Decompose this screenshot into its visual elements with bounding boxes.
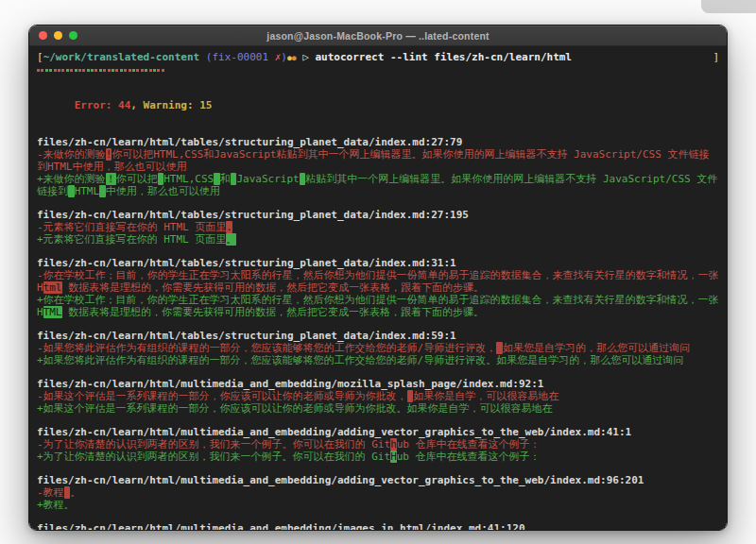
diff-text: -为了让你清楚的认识到两者的区别，我们来一个例子。你可以在我们的 Git (37, 438, 390, 450)
diff-text: ub 仓库中在线查看这个例子： (397, 450, 541, 463)
diff-text: -如果您将此评估作为有组织的课程的一部分，您应该能够将您的工作交给您的老师/导师… (37, 342, 496, 354)
progress-dot (99, 69, 102, 72)
diff-text: ub 仓库中在线查看这个例子： (397, 438, 541, 450)
progress-dot (41, 69, 43, 72)
diff-text: +教程。 (37, 499, 75, 511)
progress-dot (108, 69, 111, 72)
diff-highlight: ！ (106, 173, 116, 185)
diff-text: -如果这个评估是一系列课程的一部分，你应该可以让你的老师或导师为你批改， (37, 390, 407, 402)
prompt-left: [~/work/translated-content (fix-00001 ✗)… (37, 51, 572, 64)
progress-dot (124, 69, 127, 72)
terminal-content[interactable]: [~/work/translated-content (fix-00001 ✗)… (29, 46, 727, 530)
diff-text: 中使用，那么也可以使用 (106, 185, 220, 197)
progress-dot (129, 69, 131, 72)
diff-text: 你可以把HTML,CSS和JavaScript粘贴到其中一个网上编辑器里。如果你… (37, 148, 709, 173)
minimize-button[interactable] (54, 31, 62, 40)
progress-dot (115, 69, 118, 72)
progress-dot (136, 69, 139, 72)
diff-block: files/zh-cn/learn/html/tables/structurin… (37, 209, 719, 246)
diff-text: -教程 (37, 486, 64, 499)
git-branch-label: (fix-00001 (199, 51, 274, 63)
diff-text: -来做你的测验 (37, 148, 106, 161)
background-window-fragment (701, 0, 756, 13)
diff-text: -元素将它们直接写在你的 HTML 页面里 (37, 221, 226, 233)
progress-dot (103, 69, 106, 72)
traffic-lights (39, 26, 77, 45)
diff-highlight: tml (43, 281, 62, 294)
diff-highlight (496, 342, 503, 354)
diff-highlight (99, 185, 106, 197)
warning-count: , Warning: 15 (130, 99, 212, 111)
diff-text: +为了让你清楚的认识到两者的区别，我们来一个例子。你可以在我们的 Git (37, 450, 390, 463)
diff-line-add: +教程。 (37, 499, 719, 511)
progress-dots (37, 64, 719, 76)
diff-line-add: +来做你的测验！你可以把 HTML,CSS 和 JavaScript 粘贴到其中… (37, 173, 719, 197)
progress-dot (91, 69, 94, 72)
prompt-bracket-close: ] (713, 51, 719, 64)
diff-file-header: files/zh-cn/learn/html/tables/structurin… (37, 257, 719, 269)
progress-dot (141, 69, 144, 72)
diff-text: 数据表将是理想的，你需要先获得可用的数据，然后把它变成一张表格，跟着下面的步骤。 (62, 281, 485, 294)
window-titlebar[interactable]: jason@Jason-MacBook-Pro — ..lated-conten… (29, 26, 727, 46)
progress-dot (157, 69, 160, 72)
progress-dot (61, 69, 64, 72)
window-title: jason@Jason-MacBook-Pro — ..lated-conten… (266, 30, 489, 42)
diff-file-header: files/zh-cn/learn/html/multimedia_and_em… (37, 426, 719, 438)
progress-dot (94, 69, 97, 72)
progress-dot (112, 69, 114, 72)
zoom-button[interactable] (69, 31, 77, 40)
diff-line-add: +如果您将此评估作为有组织的课程的一部分，您应该能够将您的工作交给您的老师/导师… (37, 354, 719, 366)
diff-block: files/zh-cn/learn/html/multimedia_and_em… (37, 474, 719, 511)
progress-dot (149, 69, 152, 72)
diff-block: files/zh-cn/learn/html/tables/structurin… (37, 257, 719, 318)
progress-dot (49, 69, 52, 72)
git-branch-close-paren: ) (281, 51, 287, 63)
diff-line-add: +元素将它们直接写在你的 HTML 页面里。 (37, 233, 719, 246)
progress-dot (66, 69, 69, 72)
progress-dot (162, 69, 164, 72)
diff-line-del: -你在学校工作；目前，你的学生正在学习太阳系的行星，然后你想为他们提供一份简单的… (37, 269, 719, 294)
prompt-line: [~/work/translated-content (fix-00001 ✗)… (37, 51, 719, 64)
diff-text: +来做你的测验 (37, 173, 106, 185)
diff-block: files/zh-cn/learn/html/tables/structurin… (37, 330, 719, 366)
progress-dot (132, 69, 135, 72)
progress-dot (37, 69, 40, 72)
diff-text: 如果您是自学习的，那么您可以通过询问 (503, 342, 690, 354)
diff-block: files/zh-cn/learn/html/multimedia_and_em… (37, 426, 719, 463)
diff-text: 如果你是自学，可以很容易地在 (413, 390, 558, 402)
diff-file-header: files/zh-cn/learn/html/tables/structurin… (37, 136, 719, 148)
diff-blocks: files/zh-cn/learn/html/tables/structurin… (37, 136, 719, 530)
diff-line-del: -来做你的测验!你可以把HTML,CSS和JavaScript粘贴到其中一个网上… (37, 148, 719, 173)
diff-block: files/zh-cn/learn/html/tables/structurin… (37, 136, 719, 197)
diff-text: +如果这个评估是一系列课程的一部分，你应该可以让你的老师或导师为你批改。如果你是… (37, 402, 553, 415)
diff-highlight (214, 173, 220, 185)
diff-text: HTML (75, 185, 100, 197)
diff-line-del: -为了让你清楚的认识到两者的区别，我们来一个例子。你可以在我们的 Github … (37, 438, 719, 450)
diff-block: files/zh-cn/learn/html/multimedia_and_em… (37, 522, 719, 530)
progress-dot (45, 69, 48, 72)
diff-line-add: +你在学校工作；目前，你的学生正在学习太阳系的行星，然后你想为他们提供一份简单的… (37, 294, 719, 318)
progress-dot (78, 69, 81, 72)
lint-summary: Error: 44, Warning: 15 (37, 87, 719, 124)
diff-text: JavaScript (236, 173, 299, 185)
prompt-cwd: ~/work/translated-content (43, 51, 200, 63)
prompt-bracket-open: [ (37, 51, 43, 63)
progress-dot (54, 69, 57, 72)
diff-text: 你可以把 (116, 173, 158, 185)
diff-highlight: . (226, 221, 232, 233)
error-count: Error: 44 (75, 99, 131, 111)
prompt-arrow-icon: ▷ (297, 51, 316, 63)
diff-block: files/zh-cn/learn/html/multimedia_and_em… (37, 378, 719, 415)
command-text: autocorrect --lint files/zh-cn/learn/htm… (315, 51, 572, 63)
diff-file-header: files/zh-cn/learn/html/multimedia_and_em… (37, 522, 719, 530)
diff-highlight: h (390, 438, 397, 450)
progress-dot (75, 69, 77, 72)
progress-dot (145, 69, 147, 72)
progress-dot (153, 69, 156, 72)
diff-line-del: -如果您将此评估作为有组织的课程的一部分，您应该能够将您的工作交给您的老师/导师… (37, 342, 719, 354)
diff-highlight: TML (43, 306, 62, 318)
close-button[interactable] (39, 31, 47, 40)
diff-file-header: files/zh-cn/learn/html/multimedia_and_em… (37, 474, 719, 486)
progress-dot (120, 69, 123, 72)
diff-line-add: +为了让你清楚的认识到两者的区别，我们来一个例子。你可以在我们的 GitHub … (37, 450, 719, 463)
